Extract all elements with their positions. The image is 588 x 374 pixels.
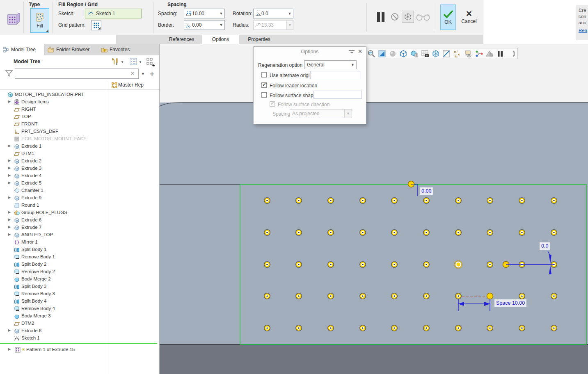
sketch-display-icon[interactable] [485, 49, 494, 58]
expander-icon[interactable]: ▶ [8, 196, 11, 199]
zoom-out-icon[interactable] [366, 49, 376, 58]
expander-icon[interactable]: ▶ [8, 210, 11, 214]
tree-filters-icon[interactable] [129, 57, 137, 67]
tree-item[interactable]: Chamfer 1 [0, 187, 159, 194]
saved-orientations-icon[interactable] [410, 49, 419, 58]
tree-item[interactable]: ▶Extrude 7 [0, 224, 159, 231]
search-clear-icon[interactable]: ✕ [130, 71, 135, 76]
border-offset-value[interactable]: 0.00 [420, 187, 433, 195]
tree-item[interactable]: Round 1 [0, 202, 159, 209]
tree-item[interactable]: Remove Body 2 [0, 268, 159, 276]
pause-regeneration-icon[interactable] [376, 11, 385, 24]
clipping-icon[interactable] [506, 49, 516, 58]
tree-item[interactable]: ▶ANGLED_TOP [0, 231, 159, 239]
hint-link[interactable]: Rea [579, 27, 587, 34]
tree-item[interactable]: Split Body 3 [0, 283, 159, 290]
expander-icon[interactable]: ▶ [8, 173, 11, 177]
dialog-pin-icon[interactable] [349, 50, 355, 55]
spacing-dropdown-arrow[interactable]: ▼ [218, 11, 224, 16]
part-side-face[interactable] [160, 344, 588, 374]
tree-item[interactable]: DTM2 [0, 320, 159, 327]
perspective-icon[interactable] [431, 49, 440, 58]
tab-folder-browser[interactable]: Folder Browser [44, 44, 98, 55]
tree-item[interactable]: ▶Design Items [0, 98, 159, 106]
expander-icon[interactable]: ▶ [8, 218, 11, 221]
tree-item[interactable]: Body Merge 3 [0, 312, 159, 320]
expander-icon[interactable]: ▶ [8, 166, 11, 170]
tree-item[interactable]: MOTOR_TPU_INSULATOR.PRT [0, 91, 159, 98]
tab-model-tree[interactable]: Model Tree [0, 44, 44, 55]
sketch-collector-field[interactable]: Sketch 1 [85, 9, 142, 18]
sections-icon[interactable] [442, 49, 451, 58]
spin-center-icon[interactable] [474, 49, 483, 58]
spacing-value-label[interactable]: Space 10.00 [494, 299, 526, 307]
expander-icon[interactable]: ▶ [8, 159, 11, 162]
search-dropdown-icon[interactable]: ▼ [141, 72, 145, 76]
regeneration-option-combo[interactable]: General ▼ [304, 60, 357, 69]
tree-item[interactable]: Remove Body 3 [0, 290, 159, 298]
tree-item[interactable]: Remove Body 1 [0, 253, 159, 261]
tree-item[interactable]: ▶Extrude 8 [0, 327, 159, 335]
expander-icon[interactable]: ▶ [8, 144, 11, 148]
ok-button[interactable]: OK [440, 5, 456, 30]
tree-item[interactable]: ▶Extrude 4 [0, 172, 159, 180]
tree-tools-dropdown[interactable]: ▼ [121, 60, 124, 64]
tree-item[interactable]: Body Merge 2 [0, 276, 159, 283]
tree-tools-icon[interactable] [111, 57, 119, 67]
expander-icon[interactable]: ▶ [8, 328, 11, 332]
grid-pattern-button[interactable] [91, 20, 101, 30]
tree-item[interactable]: Split Body 4 [0, 298, 159, 305]
annotation-display-icon[interactable] [463, 49, 473, 58]
expander-icon[interactable]: ▶ [8, 225, 11, 229]
datum-display-icon[interactable]: ✕/ [453, 49, 462, 58]
tree-item[interactable]: DTM1 [0, 150, 159, 157]
refit-icon[interactable] [377, 49, 387, 58]
tab-options[interactable]: Options [202, 35, 239, 44]
no-preview-icon[interactable] [391, 13, 399, 23]
tree-search-input[interactable] [15, 68, 139, 79]
tree-item[interactable]: ▶Extrude 9 [0, 194, 159, 202]
tree-item[interactable]: TOP [0, 113, 159, 121]
expander-icon[interactable]: ▶ [8, 233, 11, 236]
tree-item[interactable]: ECG_MOTOR_MOUNT_FACE [0, 135, 159, 143]
use-alternate-origin-checkbox[interactable] [261, 72, 267, 78]
expander-icon[interactable]: ▶ [8, 100, 11, 103]
expander-icon[interactable]: ▶ [8, 181, 11, 185]
tree-item[interactable]: Mirror 1 [0, 239, 159, 246]
tree-item[interactable]: Remove Body 4 [0, 305, 159, 312]
insert-here-indicator[interactable] [0, 343, 157, 344]
tree-item[interactable]: RIGHT [0, 106, 159, 113]
rotation-combo[interactable]: 0.0▼ [253, 9, 293, 18]
expander-icon[interactable]: ▶ [8, 347, 11, 351]
tree-item-pending[interactable]: ▶ ✳ Pattern 1 of Extrude 15 [0, 346, 159, 353]
attached-preview-icon[interactable] [402, 11, 414, 23]
tree-item[interactable]: Split Body 1 [0, 246, 159, 253]
rotation-value-label[interactable]: 0.0 [540, 242, 550, 250]
tab-properties[interactable]: Properties [239, 35, 279, 44]
spacing-combo[interactable]: 10.00▼ [184, 9, 225, 18]
tab-favorites[interactable]: ✱ Favorites [98, 44, 139, 55]
tree-item[interactable]: Sketch 1 [0, 335, 159, 342]
tree-item[interactable]: ▶Extrude 2 [0, 157, 159, 165]
tree-item[interactable]: ▶Extrude 6 [0, 217, 159, 224]
tree-item[interactable]: Split Body 2 [0, 261, 159, 268]
display-style-icon[interactable] [399, 49, 408, 58]
follow-surface-shape-checkbox[interactable] [261, 92, 267, 98]
tree-item[interactable]: FRONT [0, 121, 159, 128]
spacing-drag-handle[interactable] [487, 293, 493, 299]
border-dropdown-arrow[interactable]: ▼ [218, 23, 224, 27]
pattern-tool-icon[interactable] [6, 11, 21, 27]
search-add-icon[interactable]: ＋ [149, 69, 156, 78]
part-top-face[interactable] [160, 103, 588, 344]
follow-leader-checkbox[interactable] [261, 82, 267, 88]
tree-item[interactable]: ▶Extrude 5 [0, 180, 159, 187]
pause-icon[interactable] [496, 49, 505, 58]
dialog-close-icon[interactable]: ✕ [358, 48, 362, 55]
filter-funnel-icon[interactable] [5, 69, 13, 79]
rotation-dropdown-arrow[interactable]: ▼ [286, 11, 293, 16]
appearances-icon[interactable] [388, 49, 397, 58]
regeneration-dropdown-arrow[interactable]: ▼ [349, 61, 356, 69]
fill-type-button[interactable]: Fill [30, 8, 49, 33]
tree-item[interactable]: PRT_CSYS_DEF [0, 128, 159, 135]
tree-item[interactable]: ▶Extrude 1 [0, 143, 159, 150]
